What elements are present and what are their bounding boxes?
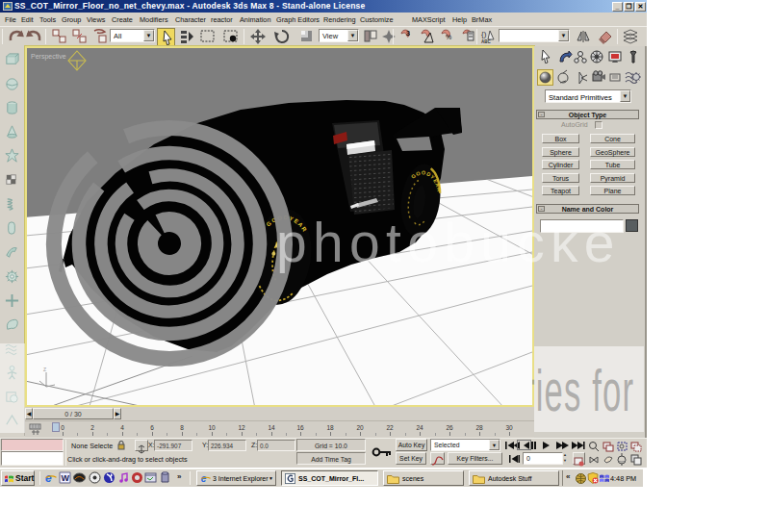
svg-text:{): {): [481, 30, 487, 38]
svg-text:3: 3: [406, 30, 410, 37]
svg-text:Z: Z: [43, 367, 46, 372]
svg-text:ABC: ABC: [481, 39, 491, 44]
svg-text:Perspective: Perspective: [31, 53, 66, 61]
svg-text:W: W: [62, 473, 70, 483]
svg-text:%: %: [446, 34, 451, 40]
